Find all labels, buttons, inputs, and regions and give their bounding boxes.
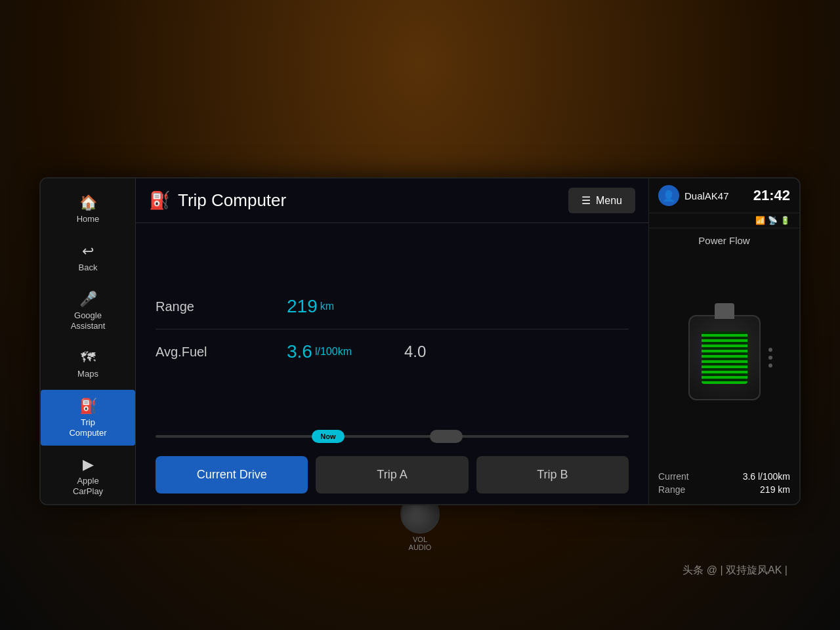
sidebar-item-google-assistant[interactable]: 🎤 GoogleAssistant xyxy=(41,283,135,339)
status-bar: 📶 📡 🔋 xyxy=(649,213,799,228)
clock: 21:42 xyxy=(753,187,790,204)
battery-icon: 🔋 xyxy=(780,216,790,225)
tab-current-drive[interactable]: Current Drive xyxy=(156,456,308,494)
header-left: ⛽ Trip Computer xyxy=(149,190,286,211)
range-stat-label: Range xyxy=(658,484,685,495)
username: DualAK47 xyxy=(684,190,729,201)
vol-text: VOL xyxy=(413,536,427,543)
range-stat-row: Range 219 km xyxy=(658,484,790,495)
sidebar-item-home[interactable]: 🏠 Home xyxy=(41,186,135,232)
current-label: Current xyxy=(658,471,689,482)
dot-1 xyxy=(768,348,772,352)
current-stat-row: Current 3.6 l/100km xyxy=(658,471,790,482)
maps-icon: 🗺 xyxy=(81,349,95,366)
carplay-icon: ▶ xyxy=(83,456,94,473)
main-content: ⛽ Trip Computer ☰ Menu Range 219 km Avg.… xyxy=(136,178,648,504)
fuel-unit: l/100km xyxy=(315,346,352,358)
sidebar-item-assistant-label: GoogleAssistant xyxy=(71,310,106,331)
back-icon: ↩ xyxy=(82,243,94,260)
engine-visual xyxy=(649,250,799,465)
slider-now-thumb[interactable]: Now xyxy=(312,430,345,443)
avatar: 👤 xyxy=(658,185,679,206)
range-row: Range 219 km xyxy=(156,284,629,329)
audio-text: AUDIO xyxy=(409,543,432,551)
sidebar-item-apple-carplay[interactable]: ▶ AppleCarPlay xyxy=(41,448,135,504)
fuel-value: 3.6 xyxy=(287,341,312,362)
power-dots xyxy=(768,348,772,368)
menu-label: Menu xyxy=(596,195,622,207)
right-panel: 👤 DualAK47 21:42 📶 📡 🔋 Power Flow xyxy=(648,178,799,504)
engine-top xyxy=(715,303,734,319)
signal-icon: 📡 xyxy=(768,216,778,225)
sidebar-item-trip-computer[interactable]: ⛽ TripComputer xyxy=(41,390,135,446)
avatar-icon: 👤 xyxy=(662,190,675,202)
tab-trip-b[interactable]: Trip B xyxy=(476,456,629,494)
trip-data-area: Range 219 km Avg.Fuel 3.6 l/100km 4.0 xyxy=(136,223,648,435)
timeline-slider[interactable]: Now xyxy=(136,435,648,450)
sidebar-item-trip-label: TripComputer xyxy=(69,417,106,438)
sidebar-item-home-label: Home xyxy=(77,214,100,224)
slider-track: Now xyxy=(156,435,629,438)
fuel-row: Avg.Fuel 3.6 l/100km 4.0 xyxy=(156,329,629,374)
sidebar-item-maps-label: Maps xyxy=(77,369,98,379)
sidebar-item-back[interactable]: ↩ Back xyxy=(41,235,135,281)
avg-fuel-label: Avg.Fuel xyxy=(156,345,287,360)
app-header: ⛽ Trip Computer ☰ Menu xyxy=(136,178,648,223)
range-label: Range xyxy=(156,299,287,314)
vol-label: VOL AUDIO xyxy=(409,536,432,551)
microphone-icon: 🎤 xyxy=(79,291,97,308)
fuel-icon: ⛽ xyxy=(79,398,97,415)
tab-trip-a[interactable]: Trip A xyxy=(316,456,468,494)
power-flow-label: Power Flow xyxy=(649,228,799,250)
dot-3 xyxy=(768,364,772,368)
engine-coil xyxy=(702,331,747,384)
current-value: 3.6 l/100km xyxy=(743,471,790,482)
sidebar-item-back-label: Back xyxy=(79,262,98,273)
user-info: 👤 DualAK47 xyxy=(658,185,729,206)
engine-body xyxy=(688,315,761,400)
range-stat-value: 219 km xyxy=(760,484,790,495)
sidebar: 🏠 Home ↩ Back 🎤 GoogleAssistant 🗺 Maps ⛽… xyxy=(41,178,136,504)
watermark: 头条 @ | 双持旋风AK | xyxy=(682,564,788,578)
sidebar-item-maps[interactable]: 🗺 Maps xyxy=(41,341,135,387)
hamburger-icon: ☰ xyxy=(581,194,591,207)
slider-thumb2[interactable] xyxy=(430,430,463,443)
wifi-icon: 📶 xyxy=(755,216,765,225)
range-unit: km xyxy=(320,301,334,312)
now-label: Now xyxy=(320,432,335,440)
range-value: 219 xyxy=(287,296,318,317)
right-stats: Current 3.6 l/100km Range 219 km xyxy=(649,465,799,504)
trip-computer-icon: ⛽ xyxy=(149,190,170,211)
home-icon: 🏠 xyxy=(79,194,97,211)
trip-tabs: Current Drive Trip A Trip B xyxy=(136,450,648,504)
fuel-secondary: 4.0 xyxy=(404,343,426,361)
infotainment-screen: 🏠 Home ↩ Back 🎤 GoogleAssistant 🗺 Maps ⛽… xyxy=(39,177,801,505)
menu-button[interactable]: ☰ Menu xyxy=(568,188,635,213)
right-header: 👤 DualAK47 21:42 xyxy=(649,178,799,213)
dot-2 xyxy=(768,356,772,360)
sidebar-item-carplay-label: AppleCarPlay xyxy=(73,476,103,496)
page-title: Trip Computer xyxy=(178,190,286,211)
